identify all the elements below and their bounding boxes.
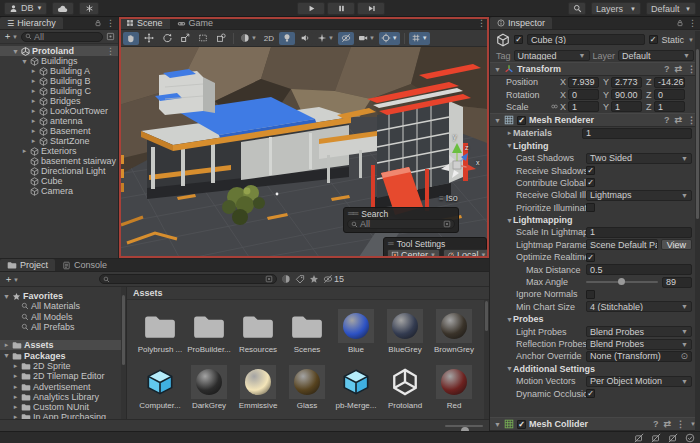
asset-tile-emmissive[interactable]: Emmissive: [235, 365, 281, 410]
lightmapping-subheader[interactable]: ▼Lightmapping: [490, 214, 700, 226]
kebab-menu-icon[interactable]: ⋮: [676, 419, 685, 429]
asset-tile-glass[interactable]: Glass: [284, 365, 330, 410]
pivot-mode-dropdown[interactable]: Center ▼: [387, 249, 440, 257]
presets-icon[interactable]: ⇄: [674, 64, 682, 74]
hidden-packages-toggle[interactable]: 15: [323, 274, 344, 284]
help-icon[interactable]: ?: [664, 115, 670, 125]
search-options-icon[interactable]: [265, 275, 273, 283]
foldout-icon[interactable]: ▼: [3, 293, 10, 300]
play-button[interactable]: [297, 2, 325, 15]
account-button[interactable]: DB ▼: [4, 2, 47, 15]
tab-inspector[interactable]: Inspector: [490, 17, 552, 29]
transform-header[interactable]: ▼ Transform ?⇄⋮: [490, 62, 700, 76]
gameobject-icon[interactable]: [496, 33, 510, 47]
tree-item-building-b[interactable]: ▸Building B: [0, 76, 118, 86]
foldout-icon[interactable]: ▸: [30, 117, 37, 125]
asset-tile-protoland[interactable]: Protoland: [382, 365, 428, 410]
tab-game[interactable]: Game: [170, 17, 221, 29]
tree-2d-tilemap[interactable]: ▸2D Tilemap Editor: [0, 371, 126, 381]
drag-handle-icon[interactable]: ══: [348, 209, 357, 218]
layout-dropdown[interactable]: Default ▼: [646, 2, 696, 15]
2d-toggle-button[interactable]: 2D: [261, 32, 277, 45]
layers-dropdown[interactable]: Layers ▼: [591, 2, 641, 15]
audio-toggle-button[interactable]: [297, 32, 313, 45]
foldout-icon[interactable]: ▸: [12, 393, 19, 401]
tree-favorites[interactable]: ▼Favorites: [0, 291, 126, 301]
lighting-toggle-button[interactable]: [279, 32, 295, 45]
rotation-x-field[interactable]: 0: [568, 89, 599, 100]
tree-advertisement[interactable]: ▸Advertisement: [0, 381, 126, 391]
component-enabled-checkbox[interactable]: ✓: [517, 420, 526, 429]
assets-breadcrumb[interactable]: Assets: [127, 287, 489, 300]
create-asset-button[interactable]: ＋▼: [4, 273, 19, 286]
hand-tool-button[interactable]: [123, 32, 139, 45]
kebab-menu-icon[interactable]: ⋮: [106, 18, 115, 28]
foldout-icon[interactable]: ▼: [494, 421, 501, 428]
tree-item-directional-light[interactable]: Directional Light: [0, 166, 118, 176]
tree-all-models[interactable]: All Models: [0, 312, 126, 322]
background-tasks-ok-icon[interactable]: [685, 433, 695, 443]
tree-item-basement[interactable]: ▸Basement: [0, 126, 118, 136]
tree-item-startzone[interactable]: ▸StartZone: [0, 136, 118, 146]
cast-shadows-dropdown[interactable]: Two Sided▼: [586, 153, 692, 164]
foldout-icon[interactable]: ▼: [494, 66, 501, 73]
tree-item-basement-stairway[interactable]: basement stairway w: [0, 156, 118, 166]
max-distance-field[interactable]: 0.5: [586, 264, 692, 275]
scrollbar-thumb[interactable]: [122, 295, 125, 365]
tree-scrollbar[interactable]: [121, 287, 126, 419]
asset-tile-darkgrey[interactable]: DarkGrey: [186, 365, 232, 410]
tree-item-antenna[interactable]: ▸antenna: [0, 116, 118, 126]
tree-assets[interactable]: ▸Assets: [0, 340, 126, 350]
kebab-menu-icon[interactable]: ⋮: [477, 18, 486, 28]
tree-item-cube[interactable]: Cube: [0, 176, 118, 186]
tab-hierarchy[interactable]: ☰ Hierarchy: [0, 17, 63, 29]
foldout-icon[interactable]: ▸: [12, 403, 19, 411]
occlusion-baking-off-icon[interactable]: [651, 433, 661, 443]
as set-tile-resources[interactable]: Resources: [235, 309, 281, 354]
search-options-icon[interactable]: [443, 220, 451, 228]
foldout-icon[interactable]: ▼: [494, 117, 501, 124]
rotation-z-field[interactable]: 0: [654, 89, 685, 100]
favorite-star-icon[interactable]: [309, 274, 319, 284]
asset-tile-browngrey[interactable]: BrownGrey: [431, 309, 477, 354]
kebab-menu-icon[interactable]: ⋮: [688, 18, 697, 28]
max-angle-field[interactable]: 89: [662, 277, 692, 288]
tree-item-lookouttower[interactable]: ▸LookOutTower: [0, 106, 118, 116]
tree-all-prefabs[interactable]: All Prefabs: [0, 322, 126, 332]
project-search-input[interactable]: [99, 274, 277, 284]
tab-scene[interactable]: Scene: [119, 17, 170, 29]
asset-tile-blue[interactable]: Blue: [333, 309, 379, 354]
tree-analytics[interactable]: ▸Analytics Library: [0, 392, 126, 402]
position-y-field[interactable]: 2.773: [611, 77, 642, 88]
tree-item-camera[interactable]: Camera: [0, 186, 118, 196]
scrollbar-thumb[interactable]: [485, 301, 488, 331]
tree-item-building-c[interactable]: ▸Building C: [0, 86, 118, 96]
tag-dropdown[interactable]: Untagged▼: [514, 50, 590, 61]
foldout-icon[interactable]: ▸: [30, 87, 37, 95]
grid-scrollbar[interactable]: [484, 300, 489, 419]
max-angle-slider[interactable]: [586, 277, 658, 288]
presets-icon[interactable]: ⇄: [674, 115, 682, 125]
foldout-icon[interactable]: ▼: [3, 352, 10, 359]
services-button[interactable]: [79, 2, 99, 15]
foldout-icon[interactable]: ▼: [21, 58, 28, 65]
foldout-icon[interactable]: ▸: [30, 107, 37, 115]
kebab-menu-icon[interactable]: ⋮: [106, 46, 118, 56]
rect-tool-button[interactable]: [195, 32, 211, 45]
object-picker-icon[interactable]: ⊙: [680, 351, 688, 361]
additional-settings-subheader[interactable]: ▼Additional Settings: [490, 363, 700, 375]
foldout-icon[interactable]: ▸: [30, 77, 37, 85]
asset-tile-bluegrey[interactable]: BlueGrey: [382, 309, 428, 354]
tree-item-building-a[interactable]: ▸Building A: [0, 66, 118, 76]
scene-viewport[interactable]: y z x ≡ Iso ══ Search All ═ Tool Setting…: [119, 47, 487, 257]
step-button[interactable]: [357, 2, 385, 15]
scale-tool-button[interactable]: [177, 32, 193, 45]
light-probes-dropdown[interactable]: Blend Probes▼: [586, 326, 692, 337]
mesh-collider-header[interactable]: ▼ ✓ Mesh Collider ?⇄⋮▼: [490, 417, 700, 431]
tree-custom-nunit[interactable]: ▸Custom NUnit: [0, 402, 126, 412]
layer-dropdown[interactable]: Default▼: [618, 50, 694, 61]
optimize-realtime-checkbox[interactable]: ✓: [586, 253, 595, 262]
reflection-probes-dropdown[interactable]: Blend Probes▼: [586, 339, 692, 350]
presets-icon[interactable]: ⇄: [664, 419, 672, 429]
tree-item-protoland[interactable]: ▼ Protoland ⋮: [0, 46, 118, 56]
